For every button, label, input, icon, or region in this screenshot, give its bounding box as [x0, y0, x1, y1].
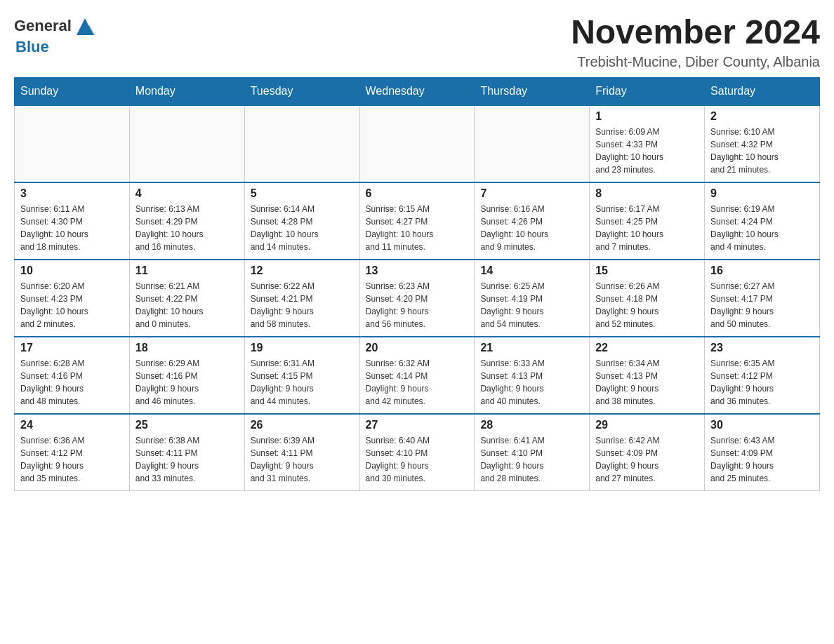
- logo-blue-text: Blue: [15, 38, 49, 56]
- calendar-cell: 25Sunrise: 6:38 AM Sunset: 4:11 PM Dayli…: [129, 414, 244, 491]
- day-number: 9: [710, 187, 814, 200]
- calendar-cell: 13Sunrise: 6:23 AM Sunset: 4:20 PM Dayli…: [359, 260, 475, 337]
- calendar-cell: 5Sunrise: 6:14 AM Sunset: 4:28 PM Daylig…: [244, 182, 359, 260]
- calendar-cell: 30Sunrise: 6:43 AM Sunset: 4:09 PM Dayli…: [705, 414, 820, 491]
- calendar-cell: 24Sunrise: 6:36 AM Sunset: 4:12 PM Dayli…: [15, 414, 130, 491]
- day-info: Sunrise: 6:11 AM Sunset: 4:30 PM Dayligh…: [20, 203, 124, 253]
- weekday-header-friday: Friday: [590, 77, 705, 105]
- day-number: 30: [710, 419, 814, 431]
- location-subtitle: Trebisht-Mucine, Diber County, Albania: [571, 54, 820, 70]
- logo: General Blue: [14, 14, 96, 56]
- day-info: Sunrise: 6:28 AM Sunset: 4:16 PM Dayligh…: [20, 357, 124, 408]
- calendar-cell: 22Sunrise: 6:34 AM Sunset: 4:13 PM Dayli…: [590, 337, 705, 414]
- weekday-header-thursday: Thursday: [475, 77, 590, 105]
- day-info: Sunrise: 6:23 AM Sunset: 4:20 PM Dayligh…: [366, 280, 469, 330]
- week-row-3: 10Sunrise: 6:20 AM Sunset: 4:23 PM Dayli…: [15, 260, 820, 337]
- title-section: November 2024 Trebisht-Mucine, Diber Cou…: [571, 14, 820, 70]
- day-info: Sunrise: 6:25 AM Sunset: 4:19 PM Dayligh…: [480, 280, 583, 330]
- day-info: Sunrise: 6:31 AM Sunset: 4:15 PM Dayligh…: [251, 357, 354, 408]
- day-number: 6: [366, 187, 469, 200]
- day-info: Sunrise: 6:14 AM Sunset: 4:28 PM Dayligh…: [251, 203, 354, 253]
- day-number: 18: [135, 342, 239, 354]
- day-info: Sunrise: 6:20 AM Sunset: 4:23 PM Dayligh…: [20, 280, 124, 330]
- calendar-cell: 6Sunrise: 6:15 AM Sunset: 4:27 PM Daylig…: [359, 182, 475, 260]
- day-info: Sunrise: 6:27 AM Sunset: 4:17 PM Dayligh…: [710, 280, 814, 330]
- day-info: Sunrise: 6:34 AM Sunset: 4:13 PM Dayligh…: [595, 357, 699, 408]
- day-info: Sunrise: 6:15 AM Sunset: 4:27 PM Dayligh…: [366, 203, 469, 253]
- calendar-cell: 17Sunrise: 6:28 AM Sunset: 4:16 PM Dayli…: [15, 337, 130, 414]
- day-info: Sunrise: 6:35 AM Sunset: 4:12 PM Dayligh…: [710, 357, 814, 408]
- calendar-cell: 18Sunrise: 6:29 AM Sunset: 4:16 PM Dayli…: [129, 337, 244, 414]
- calendar-cell: 28Sunrise: 6:41 AM Sunset: 4:10 PM Dayli…: [475, 414, 590, 491]
- day-number: 28: [480, 419, 583, 431]
- logo-general-text: General: [14, 17, 72, 35]
- calendar-cell: 19Sunrise: 6:31 AM Sunset: 4:15 PM Dayli…: [244, 337, 359, 414]
- calendar-cell: 26Sunrise: 6:39 AM Sunset: 4:11 PM Dayli…: [244, 414, 359, 491]
- day-number: 16: [710, 264, 814, 277]
- calendar-table: SundayMondayTuesdayWednesdayThursdayFrid…: [14, 77, 820, 492]
- day-number: 14: [480, 264, 583, 277]
- calendar-cell: 15Sunrise: 6:26 AM Sunset: 4:18 PM Dayli…: [590, 260, 705, 337]
- weekday-header-row: SundayMondayTuesdayWednesdayThursdayFrid…: [15, 77, 820, 105]
- day-number: 11: [135, 264, 239, 277]
- day-number: 25: [135, 419, 239, 431]
- calendar-cell: 9Sunrise: 6:19 AM Sunset: 4:24 PM Daylig…: [705, 182, 820, 260]
- day-number: 3: [20, 187, 124, 200]
- day-info: Sunrise: 6:13 AM Sunset: 4:29 PM Dayligh…: [135, 203, 239, 253]
- day-info: Sunrise: 6:39 AM Sunset: 4:11 PM Dayligh…: [251, 434, 354, 485]
- day-info: Sunrise: 6:09 AM Sunset: 4:33 PM Dayligh…: [595, 126, 699, 176]
- page-header: General Blue November 2024 Trebisht-Muci…: [14, 14, 820, 70]
- week-row-1: 1Sunrise: 6:09 AM Sunset: 4:33 PM Daylig…: [15, 105, 820, 182]
- day-number: 5: [251, 187, 354, 200]
- calendar-cell: 21Sunrise: 6:33 AM Sunset: 4:13 PM Dayli…: [475, 337, 590, 414]
- day-number: 17: [20, 342, 124, 354]
- day-info: Sunrise: 6:29 AM Sunset: 4:16 PM Dayligh…: [135, 357, 239, 408]
- calendar-cell: 16Sunrise: 6:27 AM Sunset: 4:17 PM Dayli…: [705, 260, 820, 337]
- day-number: 1: [595, 110, 699, 123]
- calendar-cell: [359, 105, 475, 182]
- day-info: Sunrise: 6:40 AM Sunset: 4:10 PM Dayligh…: [366, 434, 469, 485]
- calendar-cell: 4Sunrise: 6:13 AM Sunset: 4:29 PM Daylig…: [129, 182, 244, 260]
- day-number: 2: [710, 110, 814, 123]
- calendar-cell: [129, 105, 244, 182]
- day-info: Sunrise: 6:43 AM Sunset: 4:09 PM Dayligh…: [710, 434, 814, 485]
- weekday-header-sunday: Sunday: [15, 77, 130, 105]
- calendar-cell: [475, 105, 590, 182]
- day-number: 26: [251, 419, 354, 431]
- day-info: Sunrise: 6:26 AM Sunset: 4:18 PM Dayligh…: [595, 280, 699, 330]
- day-info: Sunrise: 6:16 AM Sunset: 4:26 PM Dayligh…: [480, 203, 583, 253]
- day-number: 15: [595, 264, 699, 277]
- calendar-cell: 12Sunrise: 6:22 AM Sunset: 4:21 PM Dayli…: [244, 260, 359, 337]
- day-number: 24: [20, 419, 124, 431]
- calendar-cell: [15, 105, 130, 182]
- day-number: 21: [480, 342, 583, 354]
- day-number: 12: [251, 264, 354, 277]
- calendar-cell: 14Sunrise: 6:25 AM Sunset: 4:19 PM Dayli…: [475, 260, 590, 337]
- day-info: Sunrise: 6:33 AM Sunset: 4:13 PM Dayligh…: [480, 357, 583, 408]
- calendar-cell: 27Sunrise: 6:40 AM Sunset: 4:10 PM Dayli…: [359, 414, 475, 491]
- calendar-cell: 3Sunrise: 6:11 AM Sunset: 4:30 PM Daylig…: [15, 182, 130, 260]
- day-info: Sunrise: 6:41 AM Sunset: 4:10 PM Dayligh…: [480, 434, 583, 485]
- week-row-4: 17Sunrise: 6:28 AM Sunset: 4:16 PM Dayli…: [15, 337, 820, 414]
- day-number: 7: [480, 187, 583, 200]
- day-number: 29: [595, 419, 699, 431]
- month-year-title: November 2024: [571, 14, 820, 51]
- day-info: Sunrise: 6:10 AM Sunset: 4:32 PM Dayligh…: [710, 126, 814, 176]
- week-row-2: 3Sunrise: 6:11 AM Sunset: 4:30 PM Daylig…: [15, 182, 820, 260]
- calendar-cell: [244, 105, 359, 182]
- weekday-header-monday: Monday: [129, 77, 244, 105]
- calendar-cell: 11Sunrise: 6:21 AM Sunset: 4:22 PM Dayli…: [129, 260, 244, 337]
- calendar-cell: 2Sunrise: 6:10 AM Sunset: 4:32 PM Daylig…: [705, 105, 820, 182]
- logo-icon: [74, 15, 96, 38]
- calendar-cell: 10Sunrise: 6:20 AM Sunset: 4:23 PM Dayli…: [15, 260, 130, 337]
- calendar-cell: 7Sunrise: 6:16 AM Sunset: 4:26 PM Daylig…: [475, 182, 590, 260]
- calendar-cell: 20Sunrise: 6:32 AM Sunset: 4:14 PM Dayli…: [359, 337, 475, 414]
- weekday-header-tuesday: Tuesday: [244, 77, 359, 105]
- day-number: 19: [251, 342, 354, 354]
- day-info: Sunrise: 6:21 AM Sunset: 4:22 PM Dayligh…: [135, 280, 239, 330]
- day-number: 23: [710, 342, 814, 354]
- day-info: Sunrise: 6:36 AM Sunset: 4:12 PM Dayligh…: [20, 434, 124, 485]
- calendar-cell: 29Sunrise: 6:42 AM Sunset: 4:09 PM Dayli…: [590, 414, 705, 491]
- day-number: 22: [595, 342, 699, 354]
- calendar-cell: 8Sunrise: 6:17 AM Sunset: 4:25 PM Daylig…: [590, 182, 705, 260]
